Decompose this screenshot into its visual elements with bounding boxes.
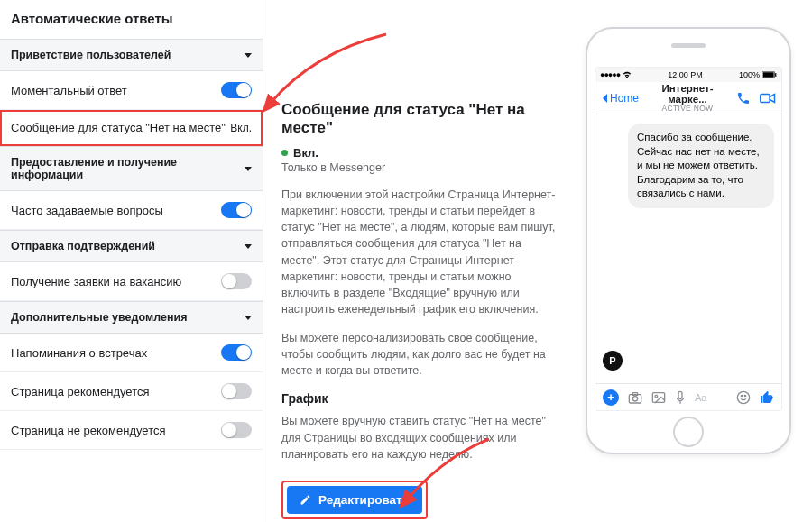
settings-row[interactable]: Страница рекомендуется bbox=[0, 372, 263, 411]
call-icon[interactable] bbox=[736, 91, 751, 105]
svg-point-11 bbox=[741, 395, 742, 396]
video-icon[interactable] bbox=[760, 92, 776, 105]
add-icon[interactable]: + bbox=[603, 389, 619, 406]
svg-point-5 bbox=[632, 396, 637, 400]
edit-button-highlight: Редактировать bbox=[281, 481, 428, 519]
section-label: Дополнительные уведомления bbox=[11, 311, 187, 324]
row-label: Сообщение для статуса "Нет на месте" bbox=[11, 121, 226, 134]
phone-mockup: ●●●●● 12:00 PM 100% Home Интер bbox=[586, 27, 791, 454]
section-header[interactable]: Предоставление и получение информации bbox=[0, 146, 263, 191]
page-heading: Сообщение для статуса "Нет на месте" bbox=[281, 101, 561, 137]
toggle[interactable] bbox=[221, 273, 252, 289]
description-paragraph-1: При включении этой настройки Страница Ин… bbox=[281, 187, 561, 317]
battery-text: 100% bbox=[739, 70, 760, 79]
chevron-left-icon bbox=[601, 93, 608, 104]
row-status: Вкл. bbox=[230, 122, 252, 134]
svg-point-12 bbox=[744, 395, 745, 396]
section-header[interactable]: Отправка подтверждений bbox=[0, 230, 263, 262]
image-icon[interactable] bbox=[651, 391, 666, 404]
composer: + Aa bbox=[595, 383, 781, 410]
row-label: Моментальный ответ bbox=[11, 84, 127, 97]
battery-icon bbox=[762, 71, 777, 78]
row-label: Часто задаваемые вопросы bbox=[11, 204, 163, 217]
chevron-down-icon bbox=[245, 167, 252, 171]
chevron-down-icon bbox=[245, 244, 252, 249]
description-paragraph-2: Вы можете персонализировать свое сообщен… bbox=[281, 330, 561, 379]
platform-note: Только в Messenger bbox=[281, 161, 561, 174]
svg-rect-7 bbox=[652, 392, 664, 402]
settings-row[interactable]: Страница не рекомендуется bbox=[0, 411, 263, 450]
preview-column: ●●●●● 12:00 PM 100% Home Интер bbox=[579, 0, 812, 522]
sidebar-title: Автоматические ответы bbox=[0, 0, 263, 39]
section-label: Предоставление и получение информации bbox=[11, 156, 245, 181]
chevron-down-icon bbox=[245, 316, 252, 320]
emoji-icon[interactable] bbox=[736, 390, 751, 405]
back-label: Home bbox=[610, 92, 639, 105]
schedule-paragraph: Вы можете вручную ставить статус "Нет на… bbox=[281, 413, 561, 462]
chat-title: Интернет-марке... bbox=[642, 83, 733, 105]
phone-speaker bbox=[671, 43, 706, 48]
back-button[interactable]: Home bbox=[601, 92, 639, 105]
row-label: Страница не рекомендуется bbox=[11, 424, 166, 437]
status-line: Вкл. bbox=[281, 146, 561, 160]
settings-row[interactable]: Напоминания о встречах bbox=[0, 334, 263, 372]
section-header[interactable]: Дополнительные уведомления bbox=[0, 301, 263, 334]
svg-rect-9 bbox=[678, 391, 682, 398]
svg-point-10 bbox=[737, 391, 749, 403]
settings-row[interactable]: Получение заявки на вакансию bbox=[0, 262, 263, 301]
section-header[interactable]: Приветствие пользователей bbox=[0, 39, 263, 71]
mic-icon[interactable] bbox=[675, 390, 686, 405]
toggle[interactable] bbox=[221, 202, 252, 218]
statusbar-time: 12:00 PM bbox=[668, 70, 703, 79]
toggle[interactable] bbox=[221, 422, 252, 438]
chat-subtitle: active now bbox=[642, 105, 733, 113]
like-icon[interactable] bbox=[760, 390, 774, 405]
toggle[interactable] bbox=[221, 383, 252, 399]
phone-home-button bbox=[673, 417, 704, 447]
chat-body: P Спасибо за сообщение. Сейчас нас нет н… bbox=[595, 114, 781, 383]
svg-rect-3 bbox=[761, 94, 770, 102]
toggle[interactable] bbox=[221, 82, 252, 98]
row-label: Получение заявки на вакансию bbox=[11, 275, 181, 288]
status-text: Вкл. bbox=[293, 146, 318, 160]
settings-row[interactable]: Моментальный ответ bbox=[0, 71, 263, 110]
edit-button-label: Редактировать bbox=[318, 493, 410, 507]
sidebar: Автоматические ответы Приветствие пользо… bbox=[0, 0, 263, 522]
signal-icon: ●●●●● bbox=[600, 70, 620, 79]
pencil-icon bbox=[300, 494, 311, 506]
composer-placeholder[interactable]: Aa bbox=[695, 392, 727, 403]
svg-rect-2 bbox=[775, 73, 776, 77]
main-panel: Сообщение для статуса "Нет на месте" Вкл… bbox=[263, 0, 579, 522]
section-label: Приветствие пользователей bbox=[11, 49, 171, 61]
wifi-icon bbox=[623, 71, 632, 78]
camera-icon[interactable] bbox=[628, 391, 642, 404]
chevron-down-icon bbox=[245, 53, 252, 58]
settings-row[interactable]: Сообщение для статуса "Нет на месте"Вкл. bbox=[0, 110, 263, 146]
section-label: Отправка подтверждений bbox=[11, 240, 155, 252]
phone-statusbar: ●●●●● 12:00 PM 100% bbox=[595, 68, 781, 82]
edit-button[interactable]: Редактировать bbox=[287, 486, 422, 514]
status-dot-icon bbox=[281, 150, 288, 156]
message-bubble: Спасибо за сообщение. Сейчас нас нет на … bbox=[628, 124, 774, 208]
avatar: P bbox=[603, 351, 623, 371]
phone-screen: ●●●●● 12:00 PM 100% Home Интер bbox=[595, 67, 782, 411]
schedule-heading: График bbox=[281, 391, 561, 406]
svg-rect-1 bbox=[763, 72, 774, 78]
messenger-navbar: Home Интернет-марке... active now bbox=[595, 82, 781, 114]
row-label: Напоминания о встречах bbox=[11, 346, 147, 360]
toggle[interactable] bbox=[221, 344, 252, 361]
settings-row[interactable]: Часто задаваемые вопросы bbox=[0, 191, 263, 230]
svg-point-8 bbox=[655, 395, 658, 398]
row-label: Страница рекомендуется bbox=[11, 385, 150, 398]
